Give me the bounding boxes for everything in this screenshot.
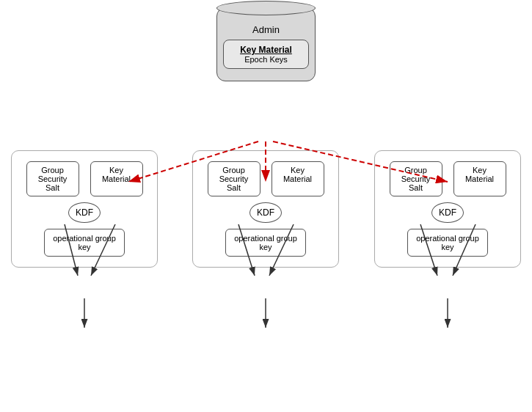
left-kdf-container: KDF: [21, 202, 148, 223]
left-output-label: operational group key: [53, 234, 116, 251]
group-panel-right: Group Security Salt Key Material KDF ope…: [374, 150, 521, 268]
diagram: Admin Key Material Epoch Keys Group Secu…: [0, 0, 532, 412]
right-box-row: Group Security Salt Key Material: [384, 161, 511, 196]
group-panel-left: Group Security Salt Key Material KDF ope…: [11, 150, 158, 268]
right-kdf-container: KDF: [384, 202, 511, 223]
center-kdf-oval: KDF: [249, 202, 282, 223]
left-kdf-oval: KDF: [68, 202, 101, 223]
admin-cylinder: Admin Key Material Epoch Keys: [213, 7, 319, 81]
key-material-title: Key Material: [230, 45, 302, 55]
center-salt-label: Group Security Salt: [219, 166, 249, 192]
epoch-keys-label: Epoch Keys: [230, 55, 302, 64]
left-salt-box: Group Security Salt: [26, 161, 79, 196]
center-box-row: Group Security Salt Key Material: [202, 161, 329, 196]
left-salt-label: Group Security Salt: [38, 166, 68, 192]
key-material-box: Key Material Epoch Keys: [223, 40, 309, 69]
admin-label: Admin: [223, 24, 309, 35]
center-output-label: operational group key: [234, 234, 297, 251]
group-panel-center: Group Security Salt Key Material KDF ope…: [192, 150, 339, 268]
right-key-label: Key Material: [465, 166, 494, 183]
center-output-box: operational group key: [225, 229, 306, 257]
right-salt-box: Group Security Salt: [390, 161, 442, 196]
cylinder-body: Admin Key Material Epoch Keys: [216, 7, 316, 81]
left-output-box: operational group key: [44, 229, 125, 257]
left-kdf-label: KDF: [76, 207, 93, 218]
right-salt-label: Group Security Salt: [401, 166, 431, 192]
left-key-box: Key Material: [90, 161, 143, 196]
right-output-box: operational group key: [407, 229, 488, 257]
center-kdf-label: KDF: [257, 207, 274, 218]
right-kdf-label: KDF: [439, 207, 456, 218]
center-key-label: Key Material: [283, 166, 312, 183]
right-key-box: Key Material: [453, 161, 506, 196]
right-kdf-oval: KDF: [431, 202, 464, 223]
left-box-row: Group Security Salt Key Material: [21, 161, 148, 196]
cylinder-top: [216, 1, 316, 15]
left-key-label: Key Material: [102, 166, 131, 183]
center-key-box: Key Material: [272, 161, 324, 196]
center-salt-box: Group Security Salt: [208, 161, 260, 196]
center-kdf-container: KDF: [202, 202, 329, 223]
right-output-label: operational group key: [416, 234, 479, 251]
